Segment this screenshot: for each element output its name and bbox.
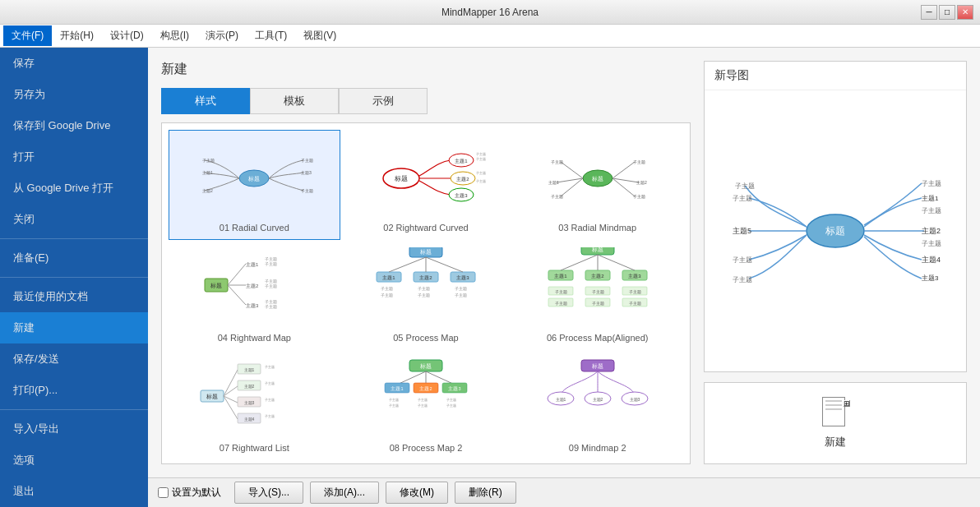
template-item-5[interactable]: 标题 主题1 主题2 主题3 (340, 240, 512, 350)
template-preview-9: 标题 主题1 主题2 主题3 (536, 357, 659, 440)
close-button[interactable]: ✕ (957, 5, 973, 20)
menu-view[interactable]: 视图(V) (295, 25, 344, 46)
svg-text:子主题: 子主题 (922, 180, 941, 187)
add-button[interactable]: 添加(A)... (310, 482, 379, 504)
section-title: 新建 (161, 61, 691, 78)
main-layout: 保存 另存为 保存到 Google Drive 打开 从 Google Driv… (0, 48, 980, 507)
new-file-label: 新建 (825, 435, 846, 449)
tab-style[interactable]: 样式 (161, 88, 250, 114)
import-button[interactable]: 导入(S)... (234, 482, 303, 504)
sidebar-item-print[interactable]: 打印(P)... (0, 375, 148, 406)
svg-text:子主题: 子主题 (922, 207, 941, 214)
svg-text:子主题: 子主题 (265, 398, 275, 402)
tabs-bar: 样式 模板 示例 (161, 88, 691, 114)
delete-button[interactable]: 删除(R) (455, 482, 516, 504)
svg-line-75 (598, 255, 635, 270)
svg-text:标题: 标题 (247, 176, 260, 182)
tab-template[interactable]: 模板 (250, 88, 339, 114)
new-section: 新建 样式 模板 示例 (161, 61, 691, 464)
preview-content: 标题 子主题 子主题 主题5 子主题 子主题 (705, 90, 966, 371)
svg-text:标题: 标题 (591, 176, 603, 182)
svg-text:主题2: 主题2 (591, 273, 604, 279)
sidebar-item-save-as[interactable]: 另存为 (0, 79, 148, 110)
default-checkbox[interactable] (158, 487, 169, 498)
template-label-2: 02 Rightward Curved (383, 223, 468, 233)
template-label-9: 09 Mindmap 2 (569, 443, 626, 453)
svg-text:主题2: 主题2 (636, 180, 647, 185)
template-label-8: 08 Process Map 2 (390, 443, 463, 453)
svg-text:标题: 标题 (210, 283, 222, 288)
template-svg-4: 标题 主题1 主题2 主题3 子主题 子主题 子主题 (192, 247, 316, 330)
svg-text:标题: 标题 (419, 249, 432, 255)
svg-text:主题1: 主题1 (244, 367, 255, 372)
svg-text:子主题: 子主题 (381, 286, 393, 291)
sidebar-item-exit[interactable]: 退出 (0, 476, 148, 507)
default-checkbox-label[interactable]: 设置为默认 (158, 486, 221, 500)
svg-text:主题3: 主题3 (246, 302, 259, 308)
sidebar-divider-3 (0, 409, 148, 410)
menu-tools[interactable]: 工具(T) (247, 25, 295, 46)
svg-text:子主题: 子主题 (265, 304, 277, 309)
content-area: 新建 样式 模板 示例 (148, 48, 980, 507)
template-item-8[interactable]: 标题 主题1 主题2 主题3 (340, 350, 512, 460)
sidebar-item-open[interactable]: 打开 (0, 141, 148, 173)
template-preview-2: 标题 主题1 主题2 主题 (364, 137, 488, 219)
sidebar-item-prepare[interactable]: 准备(E) (0, 242, 148, 274)
svg-line-91 (224, 386, 238, 396)
sidebar-item-recent[interactable]: 最近使用的文档 (0, 281, 148, 312)
template-item-2[interactable]: 标题 主题1 主题2 主题 (340, 130, 512, 240)
svg-text:子主题: 子主题 (476, 179, 486, 183)
sidebar-item-save-send[interactable]: 保存/发送 (0, 343, 148, 375)
sidebar-item-options[interactable]: 选项 (0, 445, 148, 476)
svg-text:子主题: 子主题 (455, 293, 467, 297)
svg-text:子主题: 子主题 (476, 171, 486, 175)
template-item-4[interactable]: 标题 主题1 主题2 主题3 子主题 子主题 子主题 (169, 240, 340, 350)
svg-text:子主题: 子主题 (418, 403, 428, 408)
svg-text:主题1: 主题1 (555, 397, 566, 402)
sidebar-item-import-export[interactable]: 导入/导出 (0, 413, 148, 445)
maximize-button[interactable]: □ (939, 5, 955, 20)
template-item-6[interactable]: 标题 主题1 主题2 主题3 (511, 240, 683, 350)
modify-button[interactable]: 修改(M) (386, 482, 448, 504)
menu-file[interactable]: 文件(F) (3, 25, 52, 46)
template-label-7: 07 Rightward List (220, 443, 289, 453)
template-svg-1: 标题 子主题 主题1 主题2 (192, 137, 316, 219)
sidebar-item-close[interactable]: 关闭 (0, 204, 148, 235)
svg-text:子主题: 子主题 (554, 301, 566, 306)
menu-construct[interactable]: 构思(I) (152, 25, 197, 46)
new-file-panel[interactable]: ⊞ 新建 (704, 382, 967, 464)
template-item-9[interactable]: 标题 主题1 主题2 主题3 (511, 350, 683, 460)
template-preview-5: 标题 主题1 主题2 主题3 (364, 247, 488, 330)
template-preview-6: 标题 主题1 主题2 主题3 (536, 247, 659, 330)
sidebar-item-save-google[interactable]: 保存到 Google Drive (0, 110, 148, 141)
template-label-6: 06 Process Map(Aligned) (547, 333, 649, 343)
template-item-7[interactable]: 标题 主题1 主题2 主题 (169, 350, 340, 460)
svg-text:主题1: 主题1 (554, 273, 567, 279)
template-item-1[interactable]: 标题 子主题 主题1 主题2 (169, 130, 340, 240)
svg-text:子主题: 子主题 (551, 159, 563, 164)
template-item-3[interactable]: 标题 子主题 主题1 子主题 (511, 130, 683, 240)
menu-start[interactable]: 开始(H) (52, 25, 102, 46)
sidebar-item-save[interactable]: 保存 (0, 48, 148, 79)
svg-text:标题: 标题 (206, 394, 218, 399)
sidebar-item-open-google[interactable]: 从 Google Drive 打开 (0, 173, 148, 204)
minimize-button[interactable]: ─ (921, 5, 937, 20)
svg-line-25 (612, 162, 635, 178)
svg-text:子主题: 子主题 (446, 403, 456, 408)
svg-text:子主题: 子主题 (381, 293, 393, 297)
template-svg-2: 标题 主题1 主题2 主题 (364, 137, 488, 219)
menu-demo[interactable]: 演示(P) (197, 25, 247, 46)
svg-text:子主题: 子主题 (628, 289, 640, 294)
svg-text:主题4: 主题4 (922, 256, 941, 264)
svg-text:子主题: 子主题 (551, 194, 563, 199)
svg-text:子主题: 子主题 (733, 195, 752, 202)
svg-text:子主题: 子主题 (733, 256, 752, 264)
sidebar-item-new[interactable]: 新建 (0, 312, 148, 343)
template-label-4: 04 Rightward Map (218, 333, 291, 343)
svg-text:子主题: 子主题 (446, 398, 456, 402)
template-svg-5: 标题 主题1 主题2 主题3 (364, 247, 488, 330)
tab-example[interactable]: 示例 (339, 88, 428, 114)
menu-design[interactable]: 设计(D) (102, 25, 152, 46)
svg-text:主题3: 主题3 (301, 170, 312, 175)
svg-text:子主题: 子主题 (202, 158, 215, 163)
